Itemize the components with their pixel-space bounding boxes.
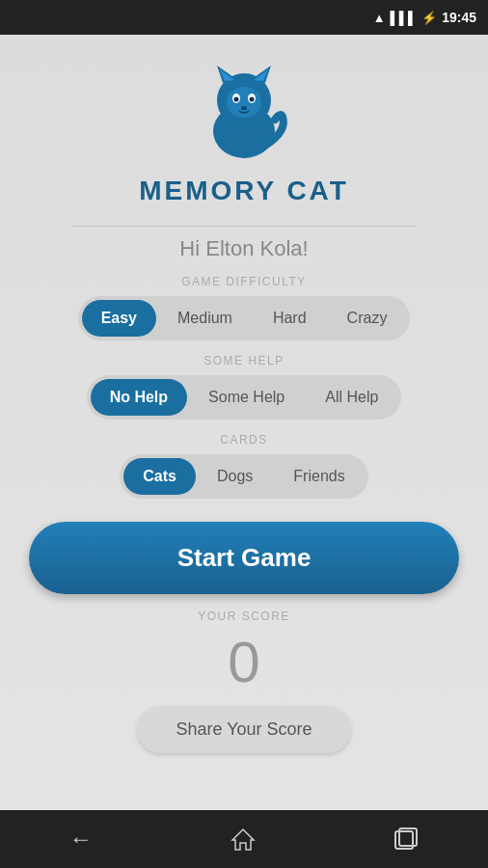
home-icon	[230, 827, 256, 852]
back-icon	[69, 826, 93, 853]
help-label: SOME HELP	[203, 354, 285, 367]
help-all-button[interactable]: All Help	[306, 379, 397, 416]
cards-label: CARDS	[220, 433, 268, 447]
difficulty-medium-button[interactable]: Medium	[158, 300, 252, 337]
cards-group: Cats Dogs Friends	[120, 454, 367, 499]
back-button[interactable]	[69, 826, 93, 853]
score-label: YOUR SCORE	[198, 610, 290, 623]
divider-top	[72, 226, 417, 227]
app-title: MEMORY CAT	[139, 176, 349, 206]
recents-button[interactable]	[393, 827, 419, 852]
svg-point-11	[241, 106, 247, 110]
difficulty-easy-button[interactable]: Easy	[82, 300, 156, 337]
share-score-button[interactable]: Share Your Score	[137, 706, 350, 753]
start-game-button[interactable]: Start Game	[29, 522, 459, 594]
status-bar: ▲ ▌▌▌ ⚡ 19:45	[0, 0, 488, 35]
cards-cats-button[interactable]: Cats	[123, 458, 196, 495]
recents-icon	[393, 827, 419, 852]
help-some-button[interactable]: Some Help	[189, 379, 304, 416]
svg-marker-12	[232, 829, 254, 850]
difficulty-group: Easy Medium Hard Crazy	[78, 296, 411, 340]
main-content: MEMORY CAT Hi Elton Kola! GAME DIFFICULT…	[0, 35, 488, 810]
logo-area: MEMORY CAT	[139, 54, 349, 206]
home-button[interactable]	[230, 827, 256, 852]
signal-icon: ▌▌▌	[391, 11, 418, 25]
svg-point-8	[233, 97, 238, 102]
difficulty-label: GAME DIFFICULTY	[181, 275, 307, 288]
difficulty-crazy-button[interactable]: Crazy	[328, 300, 407, 337]
difficulty-hard-button[interactable]: Hard	[254, 300, 326, 337]
battery-icon: ⚡	[421, 11, 437, 25]
score-value: 0	[228, 631, 259, 694]
cards-dogs-button[interactable]: Dogs	[198, 458, 272, 495]
help-none-button[interactable]: No Help	[91, 379, 187, 416]
nav-bar	[0, 810, 488, 868]
cat-logo-icon	[186, 54, 302, 170]
help-group: No Help Some Help All Help	[87, 375, 402, 420]
cards-friends-button[interactable]: Friends	[274, 458, 364, 495]
score-section: YOUR SCORE 0	[198, 610, 290, 694]
status-time: 19:45	[442, 10, 476, 25]
svg-point-10	[249, 97, 254, 102]
greeting-text: Hi Elton Kola!	[179, 236, 308, 261]
status-icons: ▲ ▌▌▌ ⚡ 19:45	[373, 10, 476, 25]
wifi-icon: ▲	[373, 11, 386, 25]
